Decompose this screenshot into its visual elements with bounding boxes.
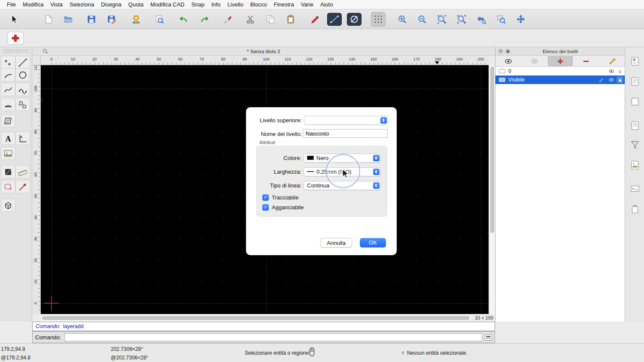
view-list-panel-icon [629,120,641,131]
print-preview-button[interactable] [152,12,167,27]
point-tools-button[interactable] [1,56,15,69]
arc-tools-button[interactable] [1,68,15,81]
horizontal-ruler: 0102030405060708090100110120130140150160… [41,56,489,65]
spline-tools-button[interactable] [15,83,30,96]
new-file-button[interactable] [41,12,56,27]
menu-snap[interactable]: Snap [188,1,208,8]
menu-livello[interactable]: Livello [224,1,247,8]
block-list-panel-button[interactable] [629,95,641,108]
menu-aiuto[interactable]: Aiuto [317,1,337,8]
vertical-scrollbar-thumb[interactable] [490,66,494,233]
layer-swatch-icon[interactable] [499,69,505,73]
freehand-tools-button[interactable] [1,83,15,96]
menu-modifica[interactable]: Modifica [19,1,47,8]
segment-tools-button[interactable] [1,98,15,111]
zoom-pan-button[interactable] [513,12,528,27]
pen-properties-button[interactable] [307,12,322,27]
menu-disegna[interactable]: Disegna [97,1,125,8]
layer-visibility-icon[interactable] [608,68,615,75]
layer-row-visibile[interactable]: Visibile [495,75,625,84]
image-tool-button[interactable] [1,147,15,160]
command-input[interactable] [64,333,482,341]
layer-lock-icon[interactable] [617,76,623,83]
layer-name-input[interactable] [303,129,388,138]
cancel-button[interactable]: Annulla [320,238,352,247]
open-file-button[interactable] [61,12,76,27]
menu-modifica-cad[interactable]: Modifica CAD [147,1,188,8]
edit-layer-button[interactable] [600,56,625,66]
add-toolbar-button[interactable] [7,32,24,45]
view-list-panel-button[interactable] [629,119,641,132]
layer-visibility-icon[interactable] [608,76,615,83]
save-file-button[interactable] [84,12,99,27]
menu-blocco[interactable]: Blocco [247,1,270,8]
hruler-label: 90 [243,57,247,61]
ok-button[interactable]: OK [360,238,386,247]
polygon-tools-button[interactable] [15,98,30,111]
command-fullscreen-button[interactable] [485,334,492,341]
circle-tools-button[interactable] [15,68,30,81]
layer-edit-icon[interactable] [598,76,605,83]
snappable-checkbox[interactable]: Agganciabile [262,203,304,211]
menu-varie[interactable]: Varie [298,1,317,8]
zoom-previous-button[interactable] [474,12,489,27]
zoom-out-button[interactable] [415,12,429,27]
hatch-tools-button[interactable] [1,114,15,127]
menu-file[interactable]: File [3,1,19,8]
copy-button[interactable] [263,12,278,27]
draft-mode-button[interactable] [347,13,361,26]
redo-button[interactable] [197,12,212,27]
selection-tool-button[interactable] [6,12,21,27]
block-tools-button[interactable] [1,199,15,212]
clipboard-panel-button[interactable] [629,203,641,216]
add-layer-button[interactable] [548,56,573,66]
library-browser-panel-button[interactable] [629,159,641,172]
palette-drag-handle[interactable] [3,49,29,53]
menu-seleziona[interactable]: Seleziona [66,1,97,8]
block-list-panel-icon [629,96,641,107]
property-editor-panel-button[interactable] [629,55,641,68]
text-tool-button[interactable]: A [1,132,15,145]
zoom-in-button[interactable] [395,12,410,27]
delete-tool-button[interactable] [220,12,235,27]
grid-toggle-icon [373,14,383,24]
traceable-checkbox[interactable]: Tracciabile [262,193,298,201]
zoom-auto-button[interactable] [434,12,449,27]
menu-quota[interactable]: Quota [125,1,147,8]
command-line-panel-button[interactable] [629,182,641,195]
parent-layer-combo[interactable] [304,116,388,125]
layer-lock-icon[interactable] [617,68,623,75]
svg-text:A: A [6,134,11,143]
measure-tools-button[interactable] [15,165,30,178]
panel-close-icon[interactable]: ✕ [498,49,503,54]
shape-tools-button[interactable] [1,180,15,193]
remove-layer-button[interactable] [574,56,598,66]
svg-export-button[interactable]: SVG [129,12,143,27]
layer-row-0[interactable]: 0 [495,67,625,75]
menu-finestra[interactable]: Finestra [270,1,298,8]
save-file-as-button[interactable] [105,12,119,27]
horizontal-scrollbar[interactable] [41,314,471,322]
show-all-layers-button[interactable] [496,56,521,66]
paste-button[interactable] [283,12,298,27]
undo-button[interactable] [176,12,191,27]
vertical-scrollbar[interactable] [489,65,495,314]
document-tab[interactable]: * Senza titolo 2 [32,47,495,56]
solid-fill-tool-button[interactable] [1,165,15,178]
menu-info[interactable]: Info [208,1,224,8]
dimension-tools-button[interactable] [15,132,30,145]
zoom-reference-button[interactable] [454,12,469,27]
grid-toggle-button[interactable] [371,12,386,27]
layer-swatch-icon[interactable] [499,78,505,82]
horizontal-scrollbar-thumb[interactable] [42,316,470,320]
layer-list-panel-button[interactable] [629,75,641,88]
line-attributes-button[interactable] [327,13,342,26]
zoom-window-button[interactable] [494,12,508,27]
cut-button[interactable] [243,12,258,27]
measure-angle-tool-button[interactable] [15,180,30,193]
selection-filter-panel-button[interactable] [629,139,641,151]
menu-vista[interactable]: Vista [47,1,66,8]
line-tools-button[interactable] [15,56,30,69]
panel-float-icon[interactable]: ▣ [505,49,510,54]
hide-all-layers-button[interactable] [522,56,547,66]
